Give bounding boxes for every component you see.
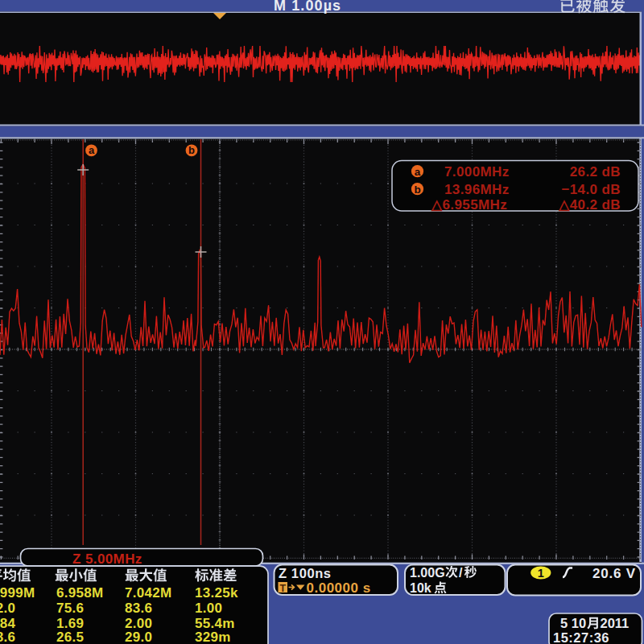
svg-text:a: a	[89, 144, 95, 156]
svg-text:0.00000 s: 0.00000 s	[307, 580, 371, 596]
svg-text:1.00G: 1.00G	[410, 566, 445, 580]
svg-text:26.5: 26.5	[56, 630, 84, 644]
svg-text:26.2 dB: 26.2 dB	[570, 164, 621, 180]
svg-text:7.000MHz: 7.000MHz	[444, 164, 510, 180]
svg-text:75.6: 75.6	[56, 601, 84, 616]
svg-text:329m: 329m	[195, 630, 231, 644]
svg-text:1: 1	[538, 567, 544, 580]
svg-text:M 1.00µs: M 1.00µs	[274, 0, 341, 14]
svg-text:6.999M: 6.999M	[0, 585, 35, 601]
svg-text:83.6: 83.6	[125, 601, 152, 616]
svg-text:7.042M: 7.042M	[125, 585, 172, 601]
svg-text:5 10: 5 10	[560, 616, 586, 630]
svg-text:82.0: 82.0	[0, 601, 15, 616]
svg-text:b: b	[414, 184, 420, 196]
svg-text:15:27:36: 15:27:36	[553, 630, 609, 644]
svg-text:6.958M: 6.958M	[56, 585, 104, 601]
svg-text:/: /	[459, 566, 463, 580]
svg-text:T: T	[279, 583, 286, 594]
svg-text:29.0: 29.0	[125, 630, 152, 644]
svg-text:1.00: 1.00	[195, 601, 222, 616]
svg-text:Z 100ns: Z 100ns	[279, 566, 332, 580]
svg-text:△40.2 dB: △40.2 dB	[558, 197, 621, 213]
svg-text:△6.955MHz: △6.955MHz	[431, 197, 507, 213]
svg-text:a: a	[415, 166, 421, 178]
svg-text:−14.0 dB: −14.0 dB	[561, 182, 621, 197]
svg-text:Z 5.00MHz: Z 5.00MHz	[72, 551, 142, 567]
svg-text:28.6: 28.6	[0, 630, 15, 644]
svg-text:10k: 10k	[410, 581, 431, 595]
svg-text:20.6 V: 20.6 V	[592, 566, 636, 581]
svg-text:b: b	[188, 144, 195, 156]
svg-text:13.96MHz: 13.96MHz	[444, 182, 510, 197]
svg-text:13.25k: 13.25k	[195, 585, 238, 601]
svg-text:2011: 2011	[601, 616, 630, 630]
